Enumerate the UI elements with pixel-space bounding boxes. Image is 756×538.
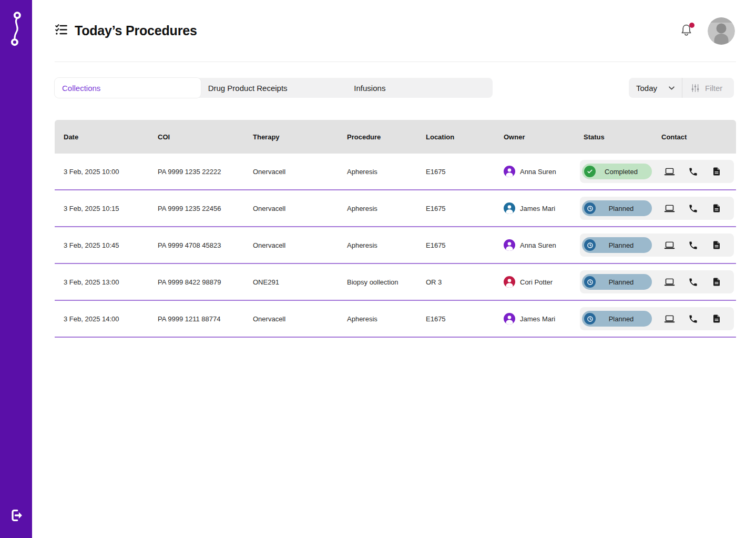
column-header-date: Date [55, 133, 149, 141]
document-contact-button[interactable] [710, 202, 723, 215]
main-content: Today’s Procedures [32, 0, 756, 538]
date-range-select[interactable]: Today [629, 78, 682, 98]
file-icon [712, 277, 721, 287]
phone-icon [688, 167, 698, 177]
filter-controls: Today Filter [629, 78, 734, 98]
contact-actions [652, 276, 734, 288]
status-icon [584, 166, 596, 177]
status-badge: Planned [582, 311, 652, 327]
notifications-button[interactable] [679, 23, 693, 39]
owner-name: James Mari [520, 315, 555, 323]
file-icon [712, 314, 721, 323]
status-icon [584, 239, 596, 251]
phone-contact-button[interactable] [687, 312, 699, 325]
computer-contact-button[interactable] [663, 276, 676, 288]
computer-contact-button[interactable] [663, 165, 676, 178]
phone-contact-button[interactable] [687, 239, 699, 251]
owner-avatar-icon [504, 276, 515, 288]
column-header-owner: Owner [495, 133, 575, 141]
topbar: Today’s Procedures [32, 0, 756, 62]
cell-owner: Anna Suren [495, 239, 575, 251]
owner-name: Cori Potter [520, 278, 553, 286]
document-contact-button[interactable] [710, 239, 723, 251]
cell-owner: Cori Potter [495, 276, 575, 288]
owner-avatar-icon [504, 313, 515, 324]
date-range-value: Today [636, 84, 657, 93]
table-row[interactable]: 3 Feb, 2025 14:00 PA 9999 1211 88774 One… [55, 301, 736, 338]
clock-icon [587, 316, 594, 322]
computer-contact-button[interactable] [663, 202, 676, 215]
status-label: Planned [596, 205, 647, 212]
table-header: Date COI Therapy Procedure Location Owne… [55, 120, 736, 154]
column-header-contact: Contact [652, 133, 736, 141]
cell-owner: James Mari [495, 313, 575, 324]
toolbar: Collections Drug Product Receipts Infusi… [55, 78, 734, 98]
tab-bar: Collections Drug Product Receipts Infusi… [55, 78, 493, 98]
tab-infusions[interactable]: Infusions [346, 78, 493, 98]
sliders-icon [691, 84, 700, 93]
cell-therapy: Onervacell [244, 315, 338, 323]
user-avatar[interactable] [708, 17, 735, 45]
cell-location: OR 3 [417, 278, 495, 286]
chevron-down-icon [669, 86, 675, 90]
status-icon [584, 276, 596, 288]
status-badge: Completed [582, 164, 652, 179]
computer-contact-button[interactable] [663, 239, 676, 251]
filter-button[interactable]: Filter [682, 78, 731, 98]
phone-icon [688, 314, 698, 324]
status-label: Planned [596, 315, 647, 323]
column-header-therapy: Therapy [244, 133, 338, 141]
status-badge: Planned [582, 200, 652, 216]
file-icon [712, 167, 721, 176]
table-body: 3 Feb, 2025 10:00 PA 9999 1235 22222 One… [55, 154, 736, 338]
cell-procedure: Biopsy oollection [338, 278, 417, 286]
phone-contact-button[interactable] [687, 165, 699, 178]
owner-name: James Mari [520, 205, 555, 212]
status-icon [584, 202, 596, 214]
table-row[interactable]: 3 Feb, 2025 13:00 PA 9999 8422 98879 ONE… [55, 264, 736, 301]
status-badge: Planned [582, 274, 652, 290]
table-row[interactable]: 3 Feb, 2025 10:00 PA 9999 1235 22222 One… [55, 154, 736, 190]
cell-date: 3 Feb, 2025 10:00 [55, 168, 149, 176]
table-row[interactable]: 3 Feb, 2025 10:15 PA 9999 1235 22456 One… [55, 190, 736, 227]
table-row[interactable]: 3 Feb, 2025 10:45 PA 9999 4708 45823 One… [55, 227, 736, 264]
procedures-table: Date COI Therapy Procedure Location Owne… [55, 120, 736, 338]
phone-contact-button[interactable] [687, 276, 699, 288]
cell-date: 3 Feb, 2025 10:45 [55, 241, 149, 249]
clock-icon [587, 242, 594, 249]
title-wrap: Today’s Procedures [55, 23, 197, 38]
cell-therapy: Onervacell [244, 205, 338, 212]
cell-location: E1675 [417, 168, 495, 176]
cell-procedure: Apheresis [338, 315, 417, 323]
document-contact-button[interactable] [710, 276, 723, 288]
status-badge: Planned [582, 237, 652, 253]
status-contact-group: Completed [580, 160, 734, 183]
page-title: Today’s Procedures [75, 23, 197, 38]
cell-owner: Anna Suren [495, 166, 575, 177]
header-divider [55, 62, 736, 62]
contact-actions [652, 239, 734, 251]
computer-contact-button[interactable] [663, 312, 676, 325]
cell-therapy: ONE291 [244, 278, 338, 286]
tab-drug-product-receipts[interactable]: Drug Product Receipts [201, 78, 347, 98]
file-icon [712, 240, 721, 250]
status-contact-group: Planned [580, 197, 734, 220]
document-contact-button[interactable] [710, 312, 723, 325]
phone-icon [688, 204, 698, 214]
column-header-status: Status [575, 133, 652, 141]
app-logo [7, 11, 25, 50]
checklist-icon [55, 23, 68, 38]
cell-coi: PA 9999 1211 88774 [149, 315, 244, 323]
logout-button[interactable] [8, 507, 25, 524]
owner-avatar-icon [504, 239, 515, 251]
status-label: Completed [596, 168, 647, 176]
phone-contact-button[interactable] [687, 202, 699, 215]
document-contact-button[interactable] [710, 165, 723, 178]
contact-actions [652, 202, 734, 215]
status-contact-group: Planned [580, 234, 734, 257]
phone-icon [688, 277, 698, 287]
tab-collections[interactable]: Collections [55, 78, 201, 98]
cell-location: E1675 [417, 205, 495, 212]
cell-procedure: Apheresis [338, 241, 417, 249]
cell-coi: PA 9999 8422 98879 [149, 278, 244, 286]
